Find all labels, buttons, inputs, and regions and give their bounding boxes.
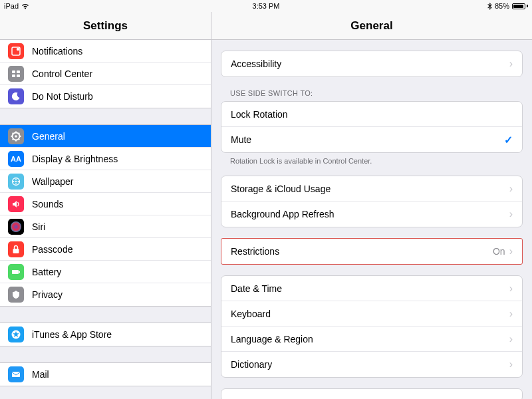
label-lock-rotation: Lock Rotation: [231, 109, 513, 120]
settings-title: Settings: [0, 12, 211, 39]
sidebar-item-sounds[interactable]: Sounds: [0, 193, 211, 215]
sidebar-item-label: Notifications: [32, 46, 203, 57]
passcode-icon: [8, 241, 24, 257]
row-restrictions[interactable]: Restrictions On ›: [221, 239, 522, 264]
mail-icon: [8, 366, 24, 382]
svg-rect-27: [19, 271, 21, 273]
sidebar-item-label: Control Center: [32, 68, 203, 79]
svg-rect-25: [13, 249, 19, 253]
wifi-icon: [21, 3, 29, 9]
group-restrictions: Restrictions On ›: [221, 238, 523, 265]
label-keyboard: Keyboard: [231, 309, 509, 319]
row-lock-rotation[interactable]: Lock Rotation: [221, 102, 522, 127]
svg-line-15: [19, 132, 20, 134]
sidebar-item-label: Display & Brightness: [32, 154, 203, 164]
svg-rect-29: [12, 372, 20, 377]
sidebar-item-display-brightness[interactable]: AADisplay & Brightness: [0, 148, 211, 170]
sidebar-item-siri[interactable]: Siri: [0, 215, 211, 238]
sidebar-item-label: General: [32, 131, 203, 142]
sidebar-item-notifications[interactable]: Notifications: [0, 40, 211, 63]
clock: 3:53 PM: [179, 2, 354, 10]
checkmark-icon: ✓: [504, 134, 513, 146]
privacy-icon: [8, 287, 24, 303]
sidebar-item-label: Do Not Disturb: [32, 91, 203, 102]
sidebar-item-mail[interactable]: Mail: [0, 363, 211, 386]
svg-point-1: [17, 47, 19, 50]
status-bar: iPad 3:53 PM 85%: [0, 0, 532, 12]
svg-rect-2: [12, 70, 15, 73]
device-name: iPad: [4, 2, 19, 10]
sidebar-item-passcode[interactable]: Passcode: [0, 238, 211, 261]
label-mute: Mute: [231, 134, 504, 145]
label-dictionary: Dictionary: [231, 359, 509, 370]
sidebar-item-label: Passcode: [32, 244, 203, 255]
appstore-icon: [8, 327, 24, 342]
sidebar-item-wallpaper[interactable]: Wallpaper: [0, 170, 211, 193]
row-accessibility[interactable]: Accessibility ›: [221, 51, 522, 76]
label-date-time: Date & Time: [231, 283, 509, 294]
group-accessibility: Accessibility ›: [221, 51, 523, 77]
sidebar-item-itunes-app-store[interactable]: iTunes & App Store: [0, 323, 211, 346]
sidebar-item-do-not-disturb[interactable]: Do Not Disturb: [0, 85, 211, 108]
general-title: General: [211, 12, 532, 39]
group-locale: Date & Time › Keyboard › Language & Regi…: [221, 275, 523, 378]
chevron-right-icon: ›: [509, 309, 513, 319]
sounds-icon: [8, 196, 24, 212]
detail-pane[interactable]: Accessibility › USE SIDE SWITCH TO: Lock…: [211, 40, 532, 399]
label-restrictions: Restrictions: [231, 246, 493, 257]
sidebar-item-label: Sounds: [32, 199, 203, 209]
row-dictionary[interactable]: Dictionary ›: [221, 352, 522, 377]
chevron-right-icon: ›: [509, 59, 513, 69]
svg-text:AA: AA: [11, 155, 21, 163]
group-storage: Storage & iCloud Usage › Background App …: [221, 176, 523, 227]
svg-rect-5: [17, 74, 20, 77]
group-next: [221, 388, 523, 399]
row-date-time[interactable]: Date & Time ›: [221, 276, 522, 301]
battery-icon: [512, 3, 528, 9]
sidebar-item-label: iTunes & App Store: [32, 329, 203, 340]
siri-icon: [8, 219, 24, 235]
control-center-icon: [8, 66, 24, 82]
row-language-region[interactable]: Language & Region ›: [221, 327, 522, 352]
svg-point-22: [15, 180, 17, 182]
svg-rect-26: [12, 270, 19, 274]
sidebar-item-label: Wallpaper: [32, 176, 203, 187]
sidebar-item-label: Battery: [32, 267, 203, 277]
chevron-right-icon: ›: [509, 184, 513, 194]
row-mute[interactable]: Mute ✓: [221, 127, 522, 152]
navbar: Settings General: [0, 12, 532, 40]
sidebar-item-privacy[interactable]: Privacy: [0, 283, 211, 306]
side-switch-header: USE SIDE SWITCH TO:: [221, 77, 523, 101]
battery-percent: 85%: [495, 2, 509, 10]
group-side-switch: Lock Rotation Mute ✓: [221, 101, 523, 153]
svg-rect-3: [17, 70, 20, 73]
svg-point-21: [13, 181, 15, 182]
sidebar[interactable]: NotificationsControl CenterDo Not Distur…: [0, 40, 211, 399]
wallpaper-icon: [8, 174, 24, 190]
sidebar-item-label: Mail: [32, 369, 203, 380]
label-accessibility: Accessibility: [231, 59, 509, 69]
svg-point-18: [15, 178, 17, 180]
label-storage-icloud: Storage & iCloud Usage: [231, 184, 509, 194]
chevron-right-icon: ›: [509, 359, 513, 370]
sidebar-item-label: Siri: [32, 221, 203, 232]
chevron-right-icon: ›: [509, 209, 513, 219]
svg-point-19: [18, 181, 19, 182]
side-switch-footer: Rotation Lock is available in Control Ce…: [221, 153, 523, 165]
battery-icon: [8, 264, 24, 280]
display-icon: AA: [8, 151, 24, 167]
sidebar-item-control-center[interactable]: Control Center: [0, 63, 211, 85]
chevron-right-icon: ›: [509, 334, 513, 344]
sidebar-item-general[interactable]: General: [0, 125, 211, 148]
svg-point-7: [15, 135, 17, 138]
chevron-right-icon: ›: [509, 283, 513, 294]
svg-point-20: [15, 183, 17, 184]
svg-line-13: [19, 138, 20, 140]
row-storage-icloud[interactable]: Storage & iCloud Usage ›: [221, 176, 522, 201]
row-keyboard[interactable]: Keyboard ›: [221, 301, 522, 327]
row-bg-refresh[interactable]: Background App Refresh ›: [221, 201, 522, 227]
sidebar-item-battery[interactable]: Battery: [0, 261, 211, 283]
label-bg-refresh: Background App Refresh: [231, 209, 509, 219]
svg-point-24: [11, 221, 21, 232]
moon-icon: [8, 88, 24, 104]
